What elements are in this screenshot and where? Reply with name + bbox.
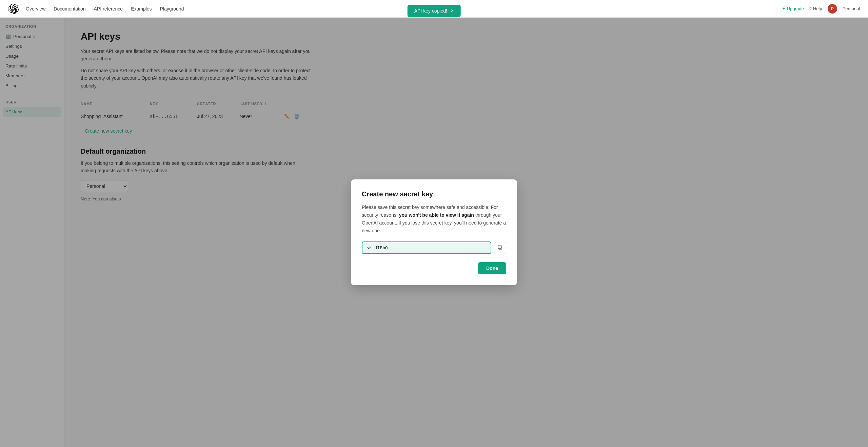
key-input-field[interactable] [362, 241, 491, 254]
svg-rect-1 [498, 245, 501, 249]
create-key-modal: Create new secret key Please save this s… [351, 179, 517, 285]
nav-playground[interactable]: Playground [160, 6, 184, 12]
help-icon: ? [809, 6, 812, 11]
modal-overlay: Create new secret key Please save this s… [0, 18, 868, 447]
openai-logo[interactable] [8, 3, 19, 14]
modal-desc-bold: you won't be able to view it again [399, 212, 474, 218]
toast-notification: API key copied! × [408, 5, 461, 17]
nav-overview[interactable]: Overview [26, 6, 45, 12]
key-input-row [362, 241, 506, 254]
nav-documentation[interactable]: Documentation [54, 6, 85, 12]
help-label: Help [813, 6, 822, 11]
nav-examples[interactable]: Examples [131, 6, 152, 12]
modal-description: Please save this secret key somewhere sa… [362, 203, 506, 235]
topnav-right: ✦ Upgrade ? Help P Personal [782, 4, 860, 14]
upgrade-button[interactable]: ✦ Upgrade [782, 6, 804, 11]
done-button[interactable]: Done [478, 262, 506, 274]
upgrade-icon: ✦ [782, 6, 786, 11]
copy-icon [497, 245, 503, 251]
nav-api-reference[interactable]: API reference [94, 6, 123, 12]
nav-links: Overview Documentation API reference Exa… [26, 6, 782, 12]
help-button[interactable]: ? Help [809, 6, 822, 11]
personal-label[interactable]: Personal [843, 6, 860, 11]
modal-footer: Done [362, 262, 506, 274]
copy-key-button[interactable] [494, 242, 506, 254]
avatar[interactable]: P [828, 4, 837, 14]
toast-message: API key copied! [414, 8, 447, 14]
modal-title: Create new secret key [362, 190, 506, 198]
upgrade-label: Upgrade [787, 6, 804, 11]
toast-close-button[interactable]: × [451, 8, 454, 14]
